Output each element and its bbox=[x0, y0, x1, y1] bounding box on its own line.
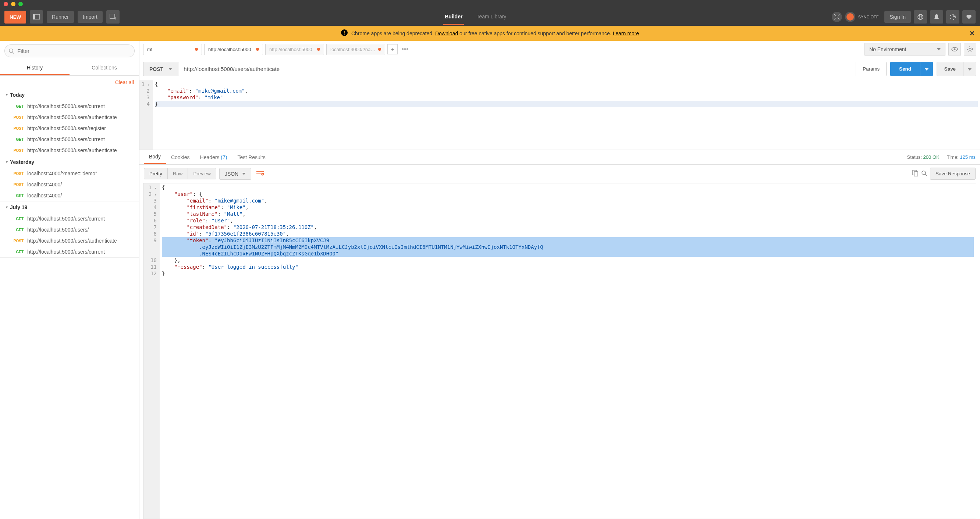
sidebar: History Collections Clear all ▼ TodayGET… bbox=[0, 41, 139, 519]
preview-button[interactable]: Preview bbox=[188, 168, 216, 179]
search-icon bbox=[9, 49, 14, 54]
close-window-icon[interactable] bbox=[4, 2, 8, 6]
heart-icon[interactable] bbox=[963, 10, 975, 24]
history-item[interactable]: POSThttp://localhost:5000/users/authenti… bbox=[0, 112, 139, 123]
svg-text:+: + bbox=[114, 16, 116, 20]
minimize-window-icon[interactable] bbox=[11, 2, 16, 6]
response-cookies-tab[interactable]: Cookies bbox=[166, 151, 195, 164]
svg-line-26 bbox=[925, 174, 927, 176]
toggle-sidebar-button[interactable] bbox=[30, 10, 43, 24]
history-item[interactable]: POSThttp://localhost:5000/users/authenti… bbox=[0, 235, 139, 246]
window-titlebar bbox=[0, 0, 980, 8]
sync-label: SYNC OFF bbox=[858, 15, 879, 19]
svg-line-5 bbox=[834, 14, 836, 16]
environment-preview-icon[interactable] bbox=[948, 43, 961, 56]
svg-point-18 bbox=[954, 49, 956, 50]
history-item[interactable]: GEThttp://localhost:5000/users/current bbox=[0, 213, 139, 224]
wrap-lines-icon[interactable] bbox=[254, 168, 266, 179]
svg-line-16 bbox=[13, 52, 14, 54]
pretty-button[interactable]: Pretty bbox=[144, 168, 167, 179]
history-tab[interactable]: History bbox=[0, 61, 70, 75]
learn-more-link[interactable]: Learn more bbox=[612, 30, 639, 37]
chevron-down-icon bbox=[242, 173, 246, 175]
download-link[interactable]: Download bbox=[435, 30, 458, 37]
response-body-tab[interactable]: Body bbox=[144, 150, 166, 164]
params-button[interactable]: Params bbox=[856, 62, 886, 76]
environment-settings-icon[interactable] bbox=[964, 43, 976, 56]
history-item[interactable]: POSTlocalhost:4000/?name="demo" bbox=[0, 168, 139, 179]
banner-text: Chrome apps are being deprecated. Downlo… bbox=[351, 30, 639, 37]
history-group-header[interactable]: ▼ Today bbox=[0, 89, 139, 101]
svg-line-8 bbox=[838, 18, 840, 19]
chevron-down-icon bbox=[937, 48, 941, 50]
environment-select[interactable]: No Environment bbox=[864, 43, 945, 56]
history-group-header[interactable]: ▼ Yesterday bbox=[0, 156, 139, 168]
method-select[interactable]: POST bbox=[143, 62, 178, 76]
close-banner-icon[interactable]: ✕ bbox=[969, 29, 975, 38]
svg-point-25 bbox=[922, 171, 926, 175]
interceptor-icon[interactable] bbox=[832, 12, 842, 22]
time-value: 125 ms bbox=[960, 154, 975, 160]
svg-line-7 bbox=[834, 18, 836, 19]
history-item[interactable]: GEThttp://localhost:5000/users/current bbox=[0, 101, 139, 112]
settings-icon[interactable] bbox=[946, 10, 959, 24]
svg-rect-1 bbox=[33, 14, 35, 19]
history-item[interactable]: GEThttp://localhost:5000/users/current bbox=[0, 246, 139, 257]
history-item[interactable]: GEThttp://localhost:5000/users/ bbox=[0, 224, 139, 235]
svg-point-19 bbox=[969, 48, 971, 50]
svg-point-20 bbox=[967, 47, 973, 52]
status-value: 200 OK bbox=[923, 154, 940, 160]
svg-rect-24 bbox=[914, 171, 918, 176]
url-input[interactable] bbox=[178, 62, 856, 76]
history-item[interactable]: POSThttp://localhost:5000/users/authenti… bbox=[0, 145, 139, 156]
response-tests-tab[interactable]: Test Results bbox=[232, 151, 270, 164]
send-button[interactable]: Send bbox=[890, 62, 920, 76]
save-dropdown[interactable] bbox=[963, 62, 976, 76]
chevron-down-icon bbox=[169, 68, 172, 70]
search-response-icon[interactable] bbox=[921, 170, 927, 177]
maximize-window-icon[interactable] bbox=[18, 2, 23, 6]
signin-button[interactable]: Sign In bbox=[885, 11, 911, 23]
notifications-icon[interactable] bbox=[930, 10, 943, 24]
request-tab[interactable]: http://localhost:5000 bbox=[204, 44, 263, 55]
response-headers-tab[interactable]: Headers (7) bbox=[195, 151, 232, 164]
svg-line-6 bbox=[838, 14, 840, 16]
save-button[interactable]: Save bbox=[937, 62, 963, 76]
history-item[interactable]: POSTlocalhost:4000/ bbox=[0, 179, 139, 190]
main-toolbar: NEW Runner Import + Builder Team Library… bbox=[0, 8, 980, 26]
filter-input[interactable] bbox=[5, 44, 135, 57]
request-tab[interactable]: http://localhost:5000 bbox=[265, 44, 324, 55]
tab-menu-button[interactable]: ••• bbox=[400, 44, 410, 54]
request-tab[interactable]: mf bbox=[143, 44, 202, 55]
import-button[interactable]: Import bbox=[78, 11, 103, 23]
new-button[interactable]: NEW bbox=[5, 11, 26, 24]
history-item[interactable]: POSThttp://localhost:5000/users/register bbox=[0, 123, 139, 134]
clear-all-link[interactable]: Clear all bbox=[0, 76, 139, 89]
response-body-viewer[interactable]: 1 ▾2 ▾3456789 101112 { "user": { "email"… bbox=[143, 183, 976, 519]
browse-icon[interactable] bbox=[914, 10, 927, 24]
add-tab-button[interactable]: + bbox=[387, 44, 398, 54]
runner-button[interactable]: Runner bbox=[47, 11, 74, 23]
content-pane: mfhttp://localhost:5000http://localhost:… bbox=[139, 41, 980, 519]
collections-tab[interactable]: Collections bbox=[70, 61, 139, 75]
format-select[interactable]: JSON bbox=[219, 168, 251, 180]
raw-button[interactable]: Raw bbox=[167, 168, 188, 179]
warning-icon: ! bbox=[341, 29, 348, 37]
builder-tab[interactable]: Builder bbox=[443, 9, 464, 25]
new-window-button[interactable]: + bbox=[106, 10, 119, 24]
svg-text:!: ! bbox=[344, 30, 345, 36]
deprecation-banner: ! Chrome apps are being deprecated. Down… bbox=[0, 26, 980, 41]
svg-point-4 bbox=[836, 16, 838, 18]
team-library-tab[interactable]: Team Library bbox=[475, 9, 508, 25]
history-group-header[interactable]: ▼ July 19 bbox=[0, 202, 139, 213]
request-body-editor[interactable]: 1 ▾234 { "email": "mike@gmail.com", "pas… bbox=[139, 80, 980, 149]
save-response-button[interactable]: Save Response bbox=[930, 168, 975, 180]
history-item[interactable]: GEThttp://localhost:5000/users/current bbox=[0, 134, 139, 145]
send-dropdown[interactable] bbox=[920, 62, 933, 76]
history-item[interactable]: GETlocalhost:4000/ bbox=[0, 190, 139, 201]
svg-point-15 bbox=[9, 49, 13, 52]
copy-icon[interactable] bbox=[912, 170, 918, 178]
sync-status-icon[interactable] bbox=[845, 12, 855, 22]
request-tab[interactable]: localhost:4000/?name bbox=[326, 44, 385, 55]
